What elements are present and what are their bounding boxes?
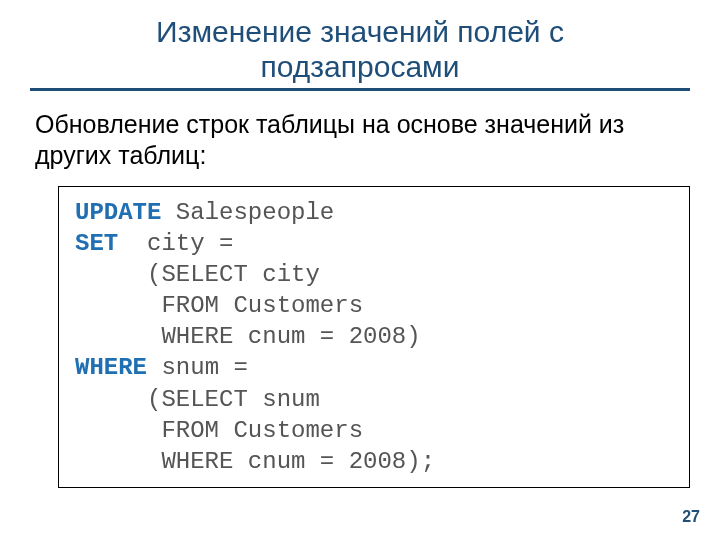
- code-block: UPDATE Salespeople SET city = (SELECT ci…: [58, 186, 690, 489]
- code-text: FROM Customers: [75, 417, 363, 444]
- slide-subtitle: Обновление строк таблицы на основе значе…: [35, 109, 690, 172]
- slide-title-block: Изменение значений полей с подзапросами: [30, 15, 690, 91]
- title-underline: [30, 88, 690, 91]
- page-number: 27: [682, 508, 700, 526]
- code-text: (SELECT city: [75, 261, 320, 288]
- sql-keyword-set: SET: [75, 230, 118, 257]
- sql-keyword-update: UPDATE: [75, 199, 161, 226]
- code-text: WHERE cnum = 2008): [75, 323, 421, 350]
- code-text: city =: [118, 230, 233, 257]
- code-text: (SELECT snum: [75, 386, 320, 413]
- code-text: snum =: [147, 354, 248, 381]
- sql-keyword-where: WHERE: [75, 354, 147, 381]
- slide-title: Изменение значений полей с подзапросами: [30, 15, 690, 84]
- title-line-1: Изменение значений полей с: [156, 15, 564, 48]
- code-text: WHERE cnum = 2008);: [75, 448, 435, 475]
- code-text: Salespeople: [161, 199, 334, 226]
- title-line-2: подзапросами: [261, 50, 460, 83]
- code-text: FROM Customers: [75, 292, 363, 319]
